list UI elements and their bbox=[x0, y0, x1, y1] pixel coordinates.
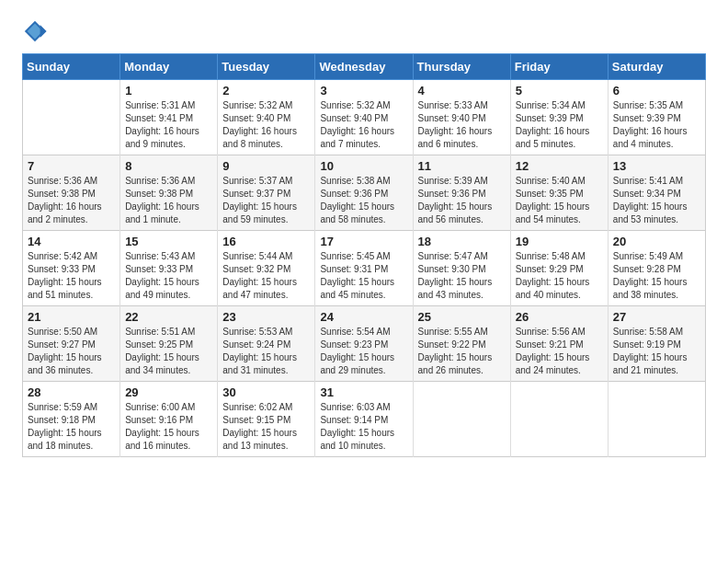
day-info: Sunrise: 5:36 AMSunset: 9:38 PMDaylight:… bbox=[125, 175, 212, 226]
day-info: Sunrise: 5:54 AMSunset: 9:23 PMDaylight:… bbox=[320, 326, 407, 377]
day-cell: 7Sunrise: 5:36 AMSunset: 9:38 PMDaylight… bbox=[23, 155, 120, 231]
day-number: 5 bbox=[516, 84, 603, 98]
day-cell bbox=[23, 80, 120, 155]
week-row: 21Sunrise: 5:50 AMSunset: 9:27 PMDayligh… bbox=[23, 306, 706, 382]
day-cell: 26Sunrise: 5:56 AMSunset: 9:21 PMDayligh… bbox=[510, 306, 608, 382]
day-cell: 27Sunrise: 5:58 AMSunset: 9:19 PMDayligh… bbox=[608, 306, 705, 382]
day-number: 14 bbox=[28, 235, 115, 248]
day-cell: 28Sunrise: 5:59 AMSunset: 9:18 PMDayligh… bbox=[23, 382, 120, 457]
day-info: Sunrise: 6:00 AMSunset: 9:16 PMDaylight:… bbox=[125, 401, 212, 453]
day-number: 31 bbox=[320, 385, 407, 399]
day-info: Sunrise: 5:32 AMSunset: 9:40 PMDaylight:… bbox=[222, 99, 310, 151]
day-info: Sunrise: 5:58 AMSunset: 9:19 PMDaylight:… bbox=[613, 326, 700, 377]
day-info: Sunrise: 5:33 AMSunset: 9:40 PMDaylight:… bbox=[418, 99, 506, 151]
day-cell: 20Sunrise: 5:49 AMSunset: 9:28 PMDayligh… bbox=[608, 231, 705, 306]
day-info: Sunrise: 5:41 AMSunset: 9:34 PMDaylight:… bbox=[613, 175, 700, 226]
header-day: Friday bbox=[510, 54, 608, 80]
day-cell: 6Sunrise: 5:35 AMSunset: 9:39 PMDaylight… bbox=[608, 80, 705, 155]
day-number: 3 bbox=[320, 84, 407, 98]
day-cell: 18Sunrise: 5:47 AMSunset: 9:30 PMDayligh… bbox=[413, 231, 510, 306]
day-number: 26 bbox=[516, 310, 603, 324]
day-number: 16 bbox=[222, 235, 310, 248]
day-cell: 4Sunrise: 5:33 AMSunset: 9:40 PMDaylight… bbox=[413, 80, 510, 155]
week-row: 14Sunrise: 5:42 AMSunset: 9:33 PMDayligh… bbox=[23, 231, 706, 306]
logo-icon bbox=[22, 18, 48, 44]
day-cell: 11Sunrise: 5:39 AMSunset: 9:36 PMDayligh… bbox=[413, 155, 510, 231]
day-cell: 12Sunrise: 5:40 AMSunset: 9:35 PMDayligh… bbox=[510, 155, 608, 231]
header-day: Monday bbox=[120, 54, 218, 80]
day-cell bbox=[413, 382, 510, 457]
day-number: 1 bbox=[125, 84, 212, 98]
day-info: Sunrise: 5:47 AMSunset: 9:30 PMDaylight:… bbox=[418, 250, 506, 302]
day-number: 27 bbox=[613, 310, 700, 324]
day-info: Sunrise: 5:56 AMSunset: 9:21 PMDaylight:… bbox=[516, 326, 603, 377]
day-number: 15 bbox=[125, 235, 212, 248]
logo bbox=[22, 18, 51, 44]
day-number: 25 bbox=[418, 310, 506, 324]
day-number: 11 bbox=[418, 159, 506, 173]
day-info: Sunrise: 5:37 AMSunset: 9:37 PMDaylight:… bbox=[222, 175, 310, 226]
day-cell: 10Sunrise: 5:38 AMSunset: 9:36 PMDayligh… bbox=[315, 155, 413, 231]
day-number: 17 bbox=[320, 235, 407, 248]
day-number: 22 bbox=[125, 310, 212, 324]
day-cell: 30Sunrise: 6:02 AMSunset: 9:15 PMDayligh… bbox=[218, 382, 315, 457]
day-cell: 17Sunrise: 5:45 AMSunset: 9:31 PMDayligh… bbox=[315, 231, 413, 306]
day-number: 18 bbox=[418, 235, 506, 248]
day-number: 21 bbox=[28, 310, 115, 324]
header-day: Saturday bbox=[608, 54, 705, 80]
day-number: 7 bbox=[28, 159, 115, 173]
day-info: Sunrise: 5:36 AMSunset: 9:38 PMDaylight:… bbox=[28, 175, 115, 226]
day-info: Sunrise: 5:32 AMSunset: 9:40 PMDaylight:… bbox=[320, 99, 407, 151]
day-number: 20 bbox=[613, 235, 700, 248]
day-cell: 13Sunrise: 5:41 AMSunset: 9:34 PMDayligh… bbox=[608, 155, 705, 231]
day-number: 2 bbox=[222, 84, 310, 98]
day-cell: 9Sunrise: 5:37 AMSunset: 9:37 PMDaylight… bbox=[218, 155, 315, 231]
day-number: 28 bbox=[28, 385, 115, 399]
day-number: 13 bbox=[613, 159, 700, 173]
day-number: 24 bbox=[320, 310, 407, 324]
day-info: Sunrise: 5:49 AMSunset: 9:28 PMDaylight:… bbox=[613, 250, 700, 302]
day-cell: 14Sunrise: 5:42 AMSunset: 9:33 PMDayligh… bbox=[23, 231, 120, 306]
day-cell: 16Sunrise: 5:44 AMSunset: 9:32 PMDayligh… bbox=[218, 231, 315, 306]
day-info: Sunrise: 5:35 AMSunset: 9:39 PMDaylight:… bbox=[613, 99, 700, 151]
day-number: 29 bbox=[125, 385, 212, 399]
day-info: Sunrise: 5:50 AMSunset: 9:27 PMDaylight:… bbox=[28, 326, 115, 377]
day-info: Sunrise: 5:51 AMSunset: 9:25 PMDaylight:… bbox=[125, 326, 212, 377]
page: SundayMondayTuesdayWednesdayThursdayFrid… bbox=[0, 0, 728, 476]
calendar-table: SundayMondayTuesdayWednesdayThursdayFrid… bbox=[22, 53, 706, 457]
week-row: 7Sunrise: 5:36 AMSunset: 9:38 PMDaylight… bbox=[23, 155, 706, 231]
day-info: Sunrise: 5:40 AMSunset: 9:35 PMDaylight:… bbox=[516, 175, 603, 226]
day-info: Sunrise: 5:43 AMSunset: 9:33 PMDaylight:… bbox=[125, 250, 212, 302]
header-day: Thursday bbox=[413, 54, 510, 80]
day-number: 4 bbox=[418, 84, 506, 98]
day-cell: 3Sunrise: 5:32 AMSunset: 9:40 PMDaylight… bbox=[315, 80, 413, 155]
day-number: 19 bbox=[516, 235, 603, 248]
day-info: Sunrise: 5:42 AMSunset: 9:33 PMDaylight:… bbox=[28, 250, 115, 302]
day-info: Sunrise: 6:02 AMSunset: 9:15 PMDaylight:… bbox=[222, 401, 310, 453]
day-info: Sunrise: 5:38 AMSunset: 9:36 PMDaylight:… bbox=[320, 175, 407, 226]
day-cell: 2Sunrise: 5:32 AMSunset: 9:40 PMDaylight… bbox=[218, 80, 315, 155]
header bbox=[22, 18, 706, 44]
day-cell: 31Sunrise: 6:03 AMSunset: 9:14 PMDayligh… bbox=[315, 382, 413, 457]
header-row: SundayMondayTuesdayWednesdayThursdayFrid… bbox=[23, 54, 706, 80]
day-cell: 21Sunrise: 5:50 AMSunset: 9:27 PMDayligh… bbox=[23, 306, 120, 382]
day-cell: 29Sunrise: 6:00 AMSunset: 9:16 PMDayligh… bbox=[120, 382, 218, 457]
day-info: Sunrise: 5:31 AMSunset: 9:41 PMDaylight:… bbox=[125, 99, 212, 151]
day-number: 8 bbox=[125, 159, 212, 173]
day-number: 30 bbox=[222, 385, 310, 399]
day-info: Sunrise: 5:34 AMSunset: 9:39 PMDaylight:… bbox=[516, 99, 603, 151]
day-cell: 25Sunrise: 5:55 AMSunset: 9:22 PMDayligh… bbox=[413, 306, 510, 382]
day-info: Sunrise: 5:55 AMSunset: 9:22 PMDaylight:… bbox=[418, 326, 506, 377]
day-number: 6 bbox=[613, 84, 700, 98]
day-cell: 19Sunrise: 5:48 AMSunset: 9:29 PMDayligh… bbox=[510, 231, 608, 306]
day-info: Sunrise: 6:03 AMSunset: 9:14 PMDaylight:… bbox=[320, 401, 407, 453]
day-cell: 24Sunrise: 5:54 AMSunset: 9:23 PMDayligh… bbox=[315, 306, 413, 382]
week-row: 28Sunrise: 5:59 AMSunset: 9:18 PMDayligh… bbox=[23, 382, 706, 457]
header-day: Wednesday bbox=[315, 54, 413, 80]
day-info: Sunrise: 5:59 AMSunset: 9:18 PMDaylight:… bbox=[28, 401, 115, 453]
header-day: Tuesday bbox=[218, 54, 315, 80]
day-cell bbox=[608, 382, 705, 457]
day-number: 9 bbox=[222, 159, 310, 173]
day-info: Sunrise: 5:39 AMSunset: 9:36 PMDaylight:… bbox=[418, 175, 506, 226]
day-cell: 15Sunrise: 5:43 AMSunset: 9:33 PMDayligh… bbox=[120, 231, 218, 306]
